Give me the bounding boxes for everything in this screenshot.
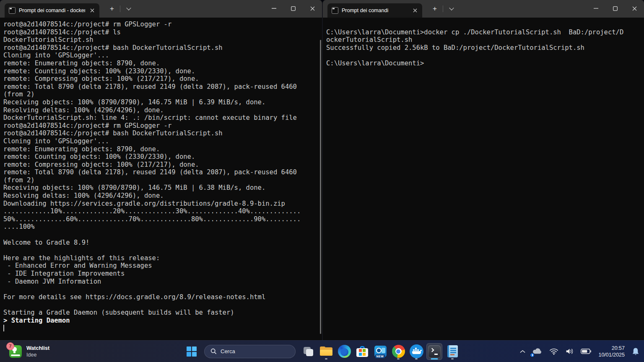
tab-close-icon[interactable]: [88, 7, 96, 14]
battery-icon: [581, 349, 591, 354]
maximize-button[interactable]: [605, 0, 625, 17]
new-tab-button[interactable]: +: [106, 3, 118, 15]
terminal-icon: [428, 345, 441, 358]
terminal-text: C:\Users\larra\Documenti>docker cp ./Doc…: [326, 21, 644, 67]
running-indicator: [415, 358, 418, 359]
docker-whale-icon: [410, 344, 423, 358]
running-indicator: [451, 358, 454, 359]
tray-time: 20:57: [598, 345, 625, 352]
tabbar-divider: [120, 5, 120, 12]
edge-icon: [338, 345, 351, 358]
widget-subtitle: Idee: [26, 352, 49, 358]
widgets-button[interactable]: 7 Watchlist Idee: [7, 344, 52, 359]
edge-button[interactable]: [336, 343, 352, 360]
tab-close-icon[interactable]: [411, 7, 419, 14]
bell-icon: [632, 347, 639, 356]
search-icon: [210, 348, 217, 354]
notification-badge: 7: [6, 342, 14, 350]
tabbar-divider: [443, 5, 443, 12]
taskbar-center: Cerca NEW: [184, 343, 460, 360]
notepad-icon: [447, 345, 458, 357]
cmd-icon: [9, 7, 16, 14]
terminal-output[interactable]: C:\Users\larra\Documenti>docker cp ./Doc…: [323, 18, 644, 67]
tab-prompt[interactable]: Prompt dei comandi: [327, 3, 422, 18]
terminal-output[interactable]: root@a2d14078514c:/project# rm GPSLogger…: [0, 18, 322, 332]
chrome-button[interactable]: [390, 343, 406, 360]
minimize-button[interactable]: [264, 0, 283, 17]
widgets-icon: 7: [9, 345, 22, 358]
widget-title: Watchlist: [26, 345, 49, 352]
terminal-window-cmd: Prompt dei comandi + C:\Users\larra\Docu…: [323, 0, 644, 340]
wifi-icon: [549, 348, 558, 355]
tab-prompt-docker[interactable]: Prompt dei comandi - docker: [5, 3, 99, 18]
new-tab-button[interactable]: +: [428, 3, 441, 15]
taskbar: 7 Watchlist Idee Cerca: [0, 340, 644, 362]
minimize-button[interactable]: [586, 0, 605, 17]
notification-center-button[interactable]: [631, 346, 641, 357]
volume-button[interactable]: [564, 346, 575, 357]
outlook-icon: NEW: [374, 346, 387, 357]
battery-button[interactable]: [579, 347, 592, 356]
chevron-up-icon: [520, 350, 525, 353]
tab-title: Prompt dei comandi: [342, 8, 408, 13]
search-label: Cerca: [221, 348, 235, 354]
folder-icon: [320, 346, 332, 357]
wifi-button[interactable]: [548, 346, 560, 357]
notepad-button[interactable]: [444, 343, 460, 360]
chevron-down-icon: [126, 5, 131, 10]
tray-date: 10/01/2025: [598, 352, 625, 358]
tab-title: Prompt dei comandi - docker: [19, 8, 85, 13]
outlook-new-badge: NEW: [375, 354, 385, 358]
chrome-icon: [392, 345, 405, 358]
close-button[interactable]: [303, 0, 322, 17]
active-indicator: [431, 358, 438, 359]
start-button[interactable]: [184, 343, 200, 360]
terminal-text: root@a2d14078514c:/project# rm GPSLogger…: [3, 21, 322, 317]
tab-dropdown-button[interactable]: [123, 3, 135, 15]
maximize-button[interactable]: [283, 0, 303, 17]
hidden-icons-button[interactable]: [519, 348, 527, 355]
windows-terminal-button[interactable]: [426, 343, 442, 360]
terminal-bold-line: > Starting Daemon: [3, 317, 322, 325]
onedrive-button[interactable]: [531, 346, 544, 357]
store-icon: [356, 346, 368, 357]
cmd-icon: [332, 7, 338, 14]
chevron-down-icon: [449, 5, 454, 10]
system-tray: 20:57 10/01/2025: [519, 344, 641, 359]
outlook-button[interactable]: NEW: [372, 343, 388, 360]
text-cursor: [3, 325, 4, 331]
clock[interactable]: 20:57 10/01/2025: [597, 344, 626, 359]
titlebar[interactable]: Prompt dei comandi +: [323, 0, 644, 18]
windows-logo-icon: [186, 346, 197, 357]
onedrive-status-badge: [530, 353, 535, 357]
scrollbar-thumb[interactable]: [320, 40, 321, 334]
titlebar[interactable]: Prompt dei comandi - docker +: [0, 0, 322, 18]
docker-button[interactable]: [408, 343, 424, 360]
running-indicator: [325, 358, 327, 359]
running-indicator: [397, 358, 400, 359]
speaker-icon: [565, 348, 574, 355]
close-button[interactable]: [625, 0, 644, 17]
microsoft-store-button[interactable]: [354, 343, 370, 360]
search-box[interactable]: Cerca: [204, 345, 296, 358]
file-explorer-button[interactable]: [318, 343, 334, 360]
task-view-button[interactable]: [300, 343, 316, 360]
tab-dropdown-button[interactable]: [446, 3, 457, 15]
terminal-window-docker: Prompt dei comandi - docker + root@a2d14…: [0, 0, 322, 340]
